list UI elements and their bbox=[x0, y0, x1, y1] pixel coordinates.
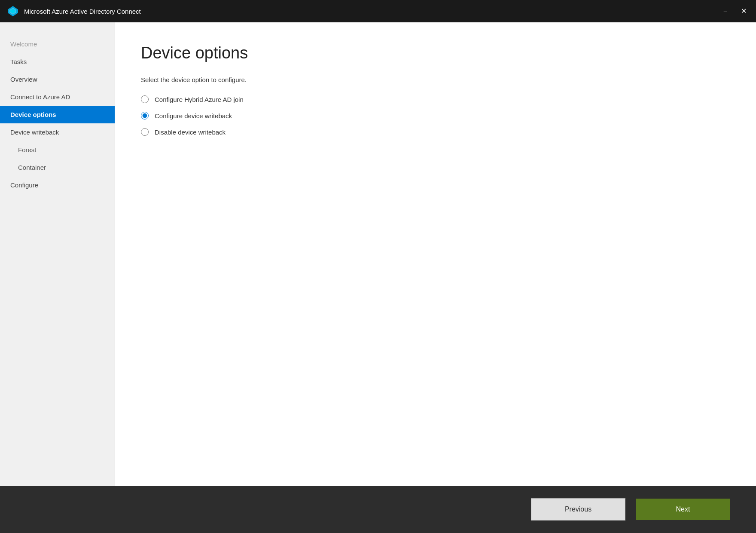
page-description: Select the device option to configure. bbox=[141, 76, 730, 83]
window-content: Welcome Tasks Overview Connect to Azure … bbox=[0, 22, 756, 486]
radio-option-disable[interactable]: Disable device writeback bbox=[141, 128, 730, 136]
sidebar-item-device-writeback[interactable]: Device writeback bbox=[0, 123, 115, 141]
radio-option-hybrid[interactable]: Configure Hybrid Azure AD join bbox=[141, 95, 730, 103]
sidebar-item-overview[interactable]: Overview bbox=[0, 70, 115, 88]
footer: Previous Next bbox=[0, 486, 756, 533]
sidebar-item-container[interactable]: Container bbox=[0, 159, 115, 176]
main-content: Device options Select the device option … bbox=[115, 22, 756, 486]
page-title: Device options bbox=[141, 44, 730, 62]
minimize-button[interactable]: − bbox=[721, 7, 730, 15]
previous-button[interactable]: Previous bbox=[531, 498, 625, 521]
window-controls: − ✕ bbox=[721, 7, 749, 15]
sidebar-item-configure[interactable]: Configure bbox=[0, 176, 115, 194]
radio-hybrid[interactable] bbox=[141, 95, 149, 103]
device-option-group: Configure Hybrid Azure AD join Configure… bbox=[141, 95, 730, 136]
title-bar: Microsoft Azure Active Directory Connect… bbox=[0, 0, 756, 22]
main-window: Welcome Tasks Overview Connect to Azure … bbox=[0, 22, 756, 533]
radio-disable-label: Disable device writeback bbox=[155, 129, 226, 136]
window-title: Microsoft Azure Active Directory Connect bbox=[24, 8, 721, 15]
radio-writeback[interactable] bbox=[141, 112, 149, 119]
sidebar-item-forest[interactable]: Forest bbox=[0, 141, 115, 159]
radio-option-writeback[interactable]: Configure device writeback bbox=[141, 112, 730, 119]
sidebar: Welcome Tasks Overview Connect to Azure … bbox=[0, 22, 115, 486]
next-button[interactable]: Next bbox=[636, 499, 730, 520]
radio-writeback-label: Configure device writeback bbox=[155, 112, 232, 119]
app-icon bbox=[7, 5, 19, 17]
sidebar-item-tasks[interactable]: Tasks bbox=[0, 53, 115, 70]
radio-disable[interactable] bbox=[141, 128, 149, 136]
sidebar-item-device-options[interactable]: Device options bbox=[0, 106, 115, 123]
sidebar-item-welcome[interactable]: Welcome bbox=[0, 35, 115, 53]
radio-hybrid-label: Configure Hybrid Azure AD join bbox=[155, 96, 244, 103]
close-button[interactable]: ✕ bbox=[738, 7, 749, 15]
sidebar-item-connect-azure-ad[interactable]: Connect to Azure AD bbox=[0, 88, 115, 106]
